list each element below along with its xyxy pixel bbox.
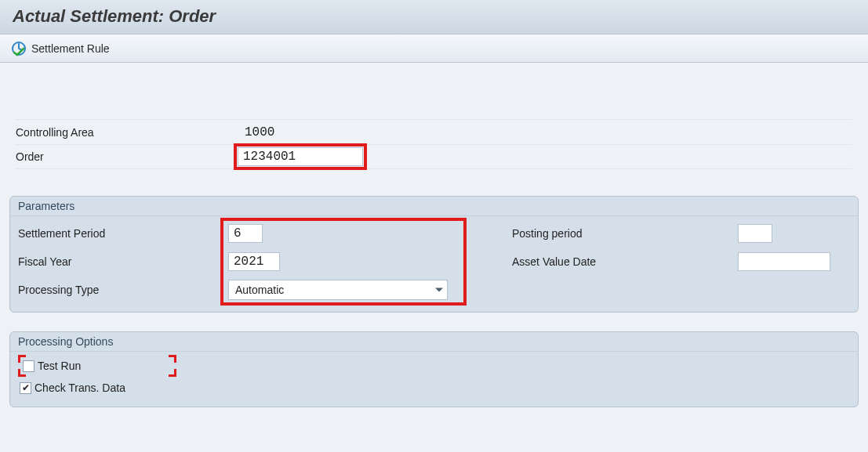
settlement-rule-icon[interactable] (11, 41, 27, 56)
processing-type-select[interactable]: Automatic (228, 280, 448, 300)
order-highlight (234, 143, 367, 170)
processing-options-title: Processing Options (10, 332, 858, 352)
posting-period-row: Posting period (510, 219, 852, 248)
page-title: Actual Settlement: Order (13, 6, 855, 27)
fiscal-year-input[interactable] (228, 252, 280, 271)
processing-type-label: Processing Type (16, 284, 228, 296)
test-run-highlight: Test Run (20, 356, 175, 375)
check-trans-data-label: Check Trans. Data (35, 381, 125, 394)
test-run-row: Test Run (16, 355, 852, 377)
title-bar: Actual Settlement: Order (0, 0, 868, 34)
parameters-title: Parameters (10, 197, 858, 216)
order-input[interactable] (238, 147, 363, 166)
settlement-period-input[interactable] (228, 224, 263, 243)
parameters-group: Parameters Settlement Period Fiscal Year… (9, 196, 859, 313)
processing-type-value: Automatic (235, 284, 284, 296)
posting-period-label: Posting period (510, 227, 738, 240)
controlling-area-label: Controlling Area (16, 126, 234, 139)
check-trans-data-row: ✔ Check Trans. Data (16, 377, 852, 399)
asset-value-date-label: Asset Value Date (510, 255, 738, 268)
toolbar: Settlement Rule (0, 34, 868, 63)
controlling-area-row: Controlling Area 1000 (16, 119, 852, 144)
asset-value-date-input[interactable] (738, 252, 830, 271)
order-label: Order (16, 150, 234, 163)
processing-type-row: Processing Type Automatic (16, 276, 510, 304)
test-run-label: Test Run (38, 360, 81, 372)
fiscal-year-row: Fiscal Year (16, 248, 510, 276)
settlement-period-label: Settlement Period (16, 227, 228, 240)
order-row: Order (16, 144, 852, 169)
settlement-period-row: Settlement Period (16, 219, 510, 248)
processing-options-group: Processing Options Test Run ✔ Check Tran… (9, 331, 859, 407)
asset-value-date-row: Asset Value Date (510, 248, 852, 276)
controlling-area-value: 1000 (234, 125, 274, 139)
settlement-rule-button[interactable]: Settlement Rule (31, 42, 110, 55)
fiscal-year-label: Fiscal Year (16, 255, 228, 268)
check-trans-data-checkbox[interactable]: ✔ (20, 382, 31, 394)
main-area: Controlling Area 1000 Order Parameters S… (0, 63, 868, 417)
header-fields: Controlling Area 1000 Order (9, 72, 859, 177)
posting-period-input[interactable] (738, 224, 772, 243)
